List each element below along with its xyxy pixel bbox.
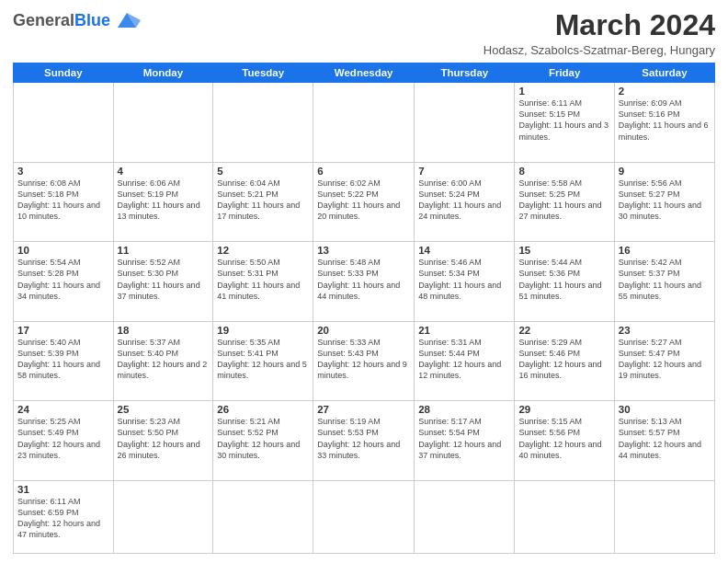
calendar-cell: 16Sunrise: 5:42 AM Sunset: 5:37 PM Dayli… [614,242,714,322]
day-info: Sunrise: 5:27 AM Sunset: 5:47 PM Dayligh… [619,337,711,382]
col-tuesday: Tuesday [213,63,313,83]
day-info: Sunrise: 6:06 AM Sunset: 5:19 PM Dayligh… [118,178,210,223]
calendar-cell [313,83,415,163]
title-month: March 2024 [483,9,715,41]
day-number: 22 [518,325,609,336]
week-row-1: 1Sunrise: 6:11 AM Sunset: 5:15 PM Daylig… [14,83,715,163]
day-info: Sunrise: 5:35 AM Sunset: 5:41 PM Dayligh… [217,337,309,382]
day-info: Sunrise: 5:54 AM Sunset: 5:28 PM Dayligh… [17,257,109,302]
calendar-cell: 6Sunrise: 6:02 AM Sunset: 5:22 PM Daylig… [313,162,415,242]
day-info: Sunrise: 5:31 AM Sunset: 5:44 PM Dayligh… [418,337,510,382]
day-info: Sunrise: 5:37 AM Sunset: 5:40 PM Dayligh… [118,337,210,382]
calendar-cell [515,480,614,553]
day-info: Sunrise: 5:23 AM Sunset: 5:50 PM Dayligh… [118,416,210,461]
col-saturday: Saturday [614,63,714,83]
day-number: 13 [317,245,410,256]
day-number: 14 [418,245,510,256]
calendar-cell: 31Sunrise: 6:11 AM Sunset: 6:59 PM Dayli… [14,480,114,553]
col-friday: Friday [515,63,614,83]
calendar-cell: 30Sunrise: 5:13 AM Sunset: 5:57 PM Dayli… [614,401,714,481]
day-number: 29 [518,404,609,415]
day-number: 24 [17,404,109,415]
day-number: 28 [418,404,510,415]
day-info: Sunrise: 5:50 AM Sunset: 5:31 PM Dayligh… [217,257,309,302]
calendar-cell [614,480,714,553]
calendar-cell: 3Sunrise: 6:08 AM Sunset: 5:18 PM Daylig… [14,162,114,242]
calendar-cell: 29Sunrise: 5:15 AM Sunset: 5:56 PM Dayli… [515,401,614,481]
week-row-2: 3Sunrise: 6:08 AM Sunset: 5:18 PM Daylig… [14,162,715,242]
day-info: Sunrise: 5:25 AM Sunset: 5:49 PM Dayligh… [17,416,109,461]
day-number: 18 [118,325,210,336]
day-info: Sunrise: 5:52 AM Sunset: 5:30 PM Dayligh… [118,257,210,302]
day-number: 19 [217,325,309,336]
calendar-cell: 20Sunrise: 5:33 AM Sunset: 5:43 PM Dayli… [313,321,415,401]
day-info: Sunrise: 5:48 AM Sunset: 5:33 PM Dayligh… [317,257,410,302]
title-location: Hodasz, Szabolcs-Szatmar-Bereg, Hungary [483,43,715,57]
week-row-6: 31Sunrise: 6:11 AM Sunset: 6:59 PM Dayli… [14,480,715,553]
calendar-cell: 25Sunrise: 5:23 AM Sunset: 5:50 PM Dayli… [113,401,213,481]
calendar-header-row: Sunday Monday Tuesday Wednesday Thursday… [14,63,715,83]
day-info: Sunrise: 5:58 AM Sunset: 5:25 PM Dayligh… [518,178,609,223]
calendar-cell: 17Sunrise: 5:40 AM Sunset: 5:39 PM Dayli… [14,321,114,401]
page: General Blue March 2024 Hodasz, Szabolcs… [0,0,728,563]
day-number: 15 [518,245,609,256]
logo: General Blue [13,9,141,31]
calendar-cell: 13Sunrise: 5:48 AM Sunset: 5:33 PM Dayli… [313,242,415,322]
day-number: 9 [619,166,711,177]
calendar-cell [14,83,114,163]
day-info: Sunrise: 5:17 AM Sunset: 5:54 PM Dayligh… [418,416,510,461]
header: General Blue March 2024 Hodasz, Szabolcs… [13,9,715,57]
calendar-cell [113,83,213,163]
calendar-table: Sunday Monday Tuesday Wednesday Thursday… [13,63,715,554]
col-sunday: Sunday [14,63,114,83]
day-number: 17 [17,325,109,336]
day-number: 27 [317,404,410,415]
calendar-cell: 11Sunrise: 5:52 AM Sunset: 5:30 PM Dayli… [113,242,213,322]
calendar-cell [415,83,515,163]
day-info: Sunrise: 5:56 AM Sunset: 5:27 PM Dayligh… [619,178,711,223]
day-info: Sunrise: 6:08 AM Sunset: 5:18 PM Dayligh… [17,178,109,223]
calendar-cell: 26Sunrise: 5:21 AM Sunset: 5:52 PM Dayli… [213,401,313,481]
calendar-cell: 21Sunrise: 5:31 AM Sunset: 5:44 PM Dayli… [415,321,515,401]
calendar-cell: 23Sunrise: 5:27 AM Sunset: 5:47 PM Dayli… [614,321,714,401]
week-row-3: 10Sunrise: 5:54 AM Sunset: 5:28 PM Dayli… [14,242,715,322]
day-info: Sunrise: 6:02 AM Sunset: 5:22 PM Dayligh… [317,178,410,223]
calendar-cell: 28Sunrise: 5:17 AM Sunset: 5:54 PM Dayli… [415,401,515,481]
logo-icon [113,9,141,31]
calendar-cell: 22Sunrise: 5:29 AM Sunset: 5:46 PM Dayli… [515,321,614,401]
title-block: March 2024 Hodasz, Szabolcs-Szatmar-Bere… [483,9,715,57]
day-info: Sunrise: 6:11 AM Sunset: 6:59 PM Dayligh… [17,496,109,541]
day-number: 12 [217,245,309,256]
day-number: 16 [619,245,711,256]
logo-general: General [13,11,74,30]
calendar-cell: 24Sunrise: 5:25 AM Sunset: 5:49 PM Dayli… [14,401,114,481]
day-info: Sunrise: 5:13 AM Sunset: 5:57 PM Dayligh… [619,416,711,461]
day-number: 23 [619,325,711,336]
calendar-cell: 1Sunrise: 6:11 AM Sunset: 5:15 PM Daylig… [515,83,614,163]
calendar-cell: 14Sunrise: 5:46 AM Sunset: 5:34 PM Dayli… [415,242,515,322]
day-number: 5 [217,166,309,177]
calendar-cell: 7Sunrise: 6:00 AM Sunset: 5:24 PM Daylig… [415,162,515,242]
day-info: Sunrise: 5:15 AM Sunset: 5:56 PM Dayligh… [518,416,609,461]
calendar-cell: 27Sunrise: 5:19 AM Sunset: 5:53 PM Dayli… [313,401,415,481]
day-info: Sunrise: 5:33 AM Sunset: 5:43 PM Dayligh… [317,337,410,382]
logo-blue: Blue [74,11,110,30]
day-info: Sunrise: 6:09 AM Sunset: 5:16 PM Dayligh… [619,98,711,143]
calendar-cell [313,480,415,553]
col-wednesday: Wednesday [313,63,415,83]
day-info: Sunrise: 5:19 AM Sunset: 5:53 PM Dayligh… [317,416,410,461]
calendar-cell: 8Sunrise: 5:58 AM Sunset: 5:25 PM Daylig… [515,162,614,242]
day-number: 21 [418,325,510,336]
day-number: 6 [317,166,410,177]
day-number: 7 [418,166,510,177]
day-info: Sunrise: 5:46 AM Sunset: 5:34 PM Dayligh… [418,257,510,302]
day-number: 8 [518,166,609,177]
calendar-cell: 5Sunrise: 6:04 AM Sunset: 5:21 PM Daylig… [213,162,313,242]
day-info: Sunrise: 6:00 AM Sunset: 5:24 PM Dayligh… [418,178,510,223]
calendar-cell: 2Sunrise: 6:09 AM Sunset: 5:16 PM Daylig… [614,83,714,163]
calendar-cell [213,83,313,163]
day-info: Sunrise: 5:44 AM Sunset: 5:36 PM Dayligh… [518,257,609,302]
day-number: 31 [17,484,109,495]
day-info: Sunrise: 6:11 AM Sunset: 5:15 PM Dayligh… [518,98,609,143]
day-number: 30 [619,404,711,415]
